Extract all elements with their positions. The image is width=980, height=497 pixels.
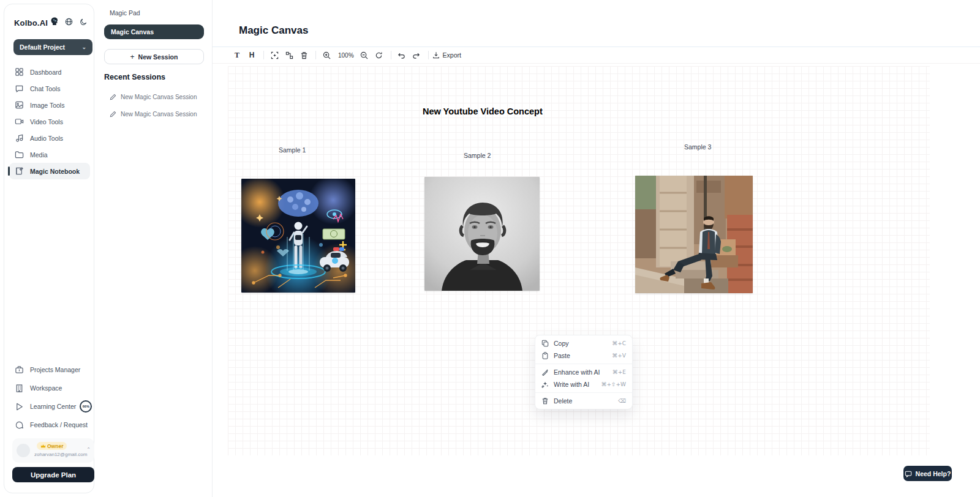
context-menu-copy[interactable]: Copy ⌘+C [535,337,632,349]
toolbar-divider [315,51,316,59]
context-menu-label: Delete [554,397,572,405]
session-item-label: New Magic Canvas Session [121,94,197,100]
text-tool-label: T [235,51,239,60]
context-menu-shortcut: ⌘+E [612,369,626,375]
chevron-caret-icon: ⌃ [86,447,91,452]
sidebar-item-label: Dashboard [30,69,61,76]
sidebar-item-projects-manager[interactable]: Projects Manager [9,361,92,379]
pencil-icon [110,94,116,100]
export-button[interactable]: Export [432,51,461,59]
redo-icon[interactable] [410,49,423,61]
enhance-icon [541,368,549,376]
sidebar-item-chat-tools[interactable]: Chat Tools [9,80,90,97]
brand-logo: Kolbo.AI [14,17,86,29]
context-menu-write-with-ai[interactable]: Write with AI ⌘+⇧+W [535,378,632,390]
context-menu-label: Write with AI [554,381,589,388]
heading-tool-button[interactable]: H [245,49,258,61]
session-list-item[interactable]: New Magic Canvas Session [110,92,208,102]
toolbar-divider [391,51,391,59]
canvas-toolbar: T H 100% Export [213,47,980,64]
toolbar-divider [428,51,429,59]
sidebar-item-label: Media [30,151,48,159]
recent-sessions-heading: Recent Sessions [104,73,165,81]
context-menu-label: Copy [554,340,569,347]
language-globe-icon[interactable] [65,17,73,28]
sidebar-item-workspace[interactable]: Workspace [9,379,92,397]
session-list-item[interactable]: New Magic Canvas Session [110,109,208,119]
sidebar-item-label: Chat Tools [30,85,60,92]
copy-icon [541,340,549,347]
context-menu-shortcut: ⌘+V [612,353,626,359]
toolbar-divider [263,51,264,59]
write-icon [541,381,549,388]
ai-select-icon[interactable] [268,49,281,61]
sidebar-item-image-tools[interactable]: Image Tools [9,97,90,113]
zoom-out-icon[interactable] [358,49,371,61]
magic-pad-item[interactable]: Magic Pad [110,9,140,17]
sidebar-item-dashboard[interactable]: Dashboard [9,64,90,80]
zoom-level-value[interactable]: 100% [338,52,354,59]
context-menu-delete[interactable]: Delete ⌫ [535,395,632,407]
project-selector[interactable]: Default Project ⌄ [13,39,92,55]
need-help-label: Need Help? [916,470,951,477]
sample-2-image[interactable] [424,177,540,291]
delete-tool-icon[interactable] [297,49,311,61]
sidebar-footer-nav: Projects Manager Workspace Learning Cent… [9,361,92,434]
sidebar-item-feedback[interactable]: Feedback / Request [9,416,92,434]
sidebar-item-label: Projects Manager [30,366,80,373]
canvas-heading-text[interactable]: New Youtube Video Concept [423,106,543,116]
sidebar-item-audio-tools[interactable]: Audio Tools [9,130,90,146]
reset-rotate-icon[interactable] [372,49,386,61]
sample-3-image[interactable] [635,176,753,293]
context-menu: Copy ⌘+C Paste ⌘+V Enhance with AI ⌘+E W… [535,335,633,409]
crown-icon [40,444,46,449]
text-tool-button[interactable]: T [230,49,244,61]
context-menu-paste[interactable]: Paste ⌘+V [535,349,632,362]
trash-icon [541,397,549,405]
magic-canvas-label: Magic Canvas [111,28,154,36]
sidebar-item-magic-notebook[interactable]: Magic Notebook [9,163,90,179]
paste-icon [541,352,549,359]
connector-tool-icon[interactable] [282,49,296,61]
sidebar-nav: Dashboard Chat Tools Image Tools Video T… [9,64,90,179]
context-menu-label: Enhance with AI [554,368,600,376]
heading-tool-label: H [249,51,255,59]
avatar [17,444,30,457]
session-panel: Magic Pad Magic Canvas + New Session Rec… [95,0,213,497]
upgrade-plan-label: Upgrade Plan [31,471,76,479]
chevron-down-icon: ⌄ [81,44,86,50]
learning-progress-badge: 66% [80,400,92,413]
owner-badge: Owner [37,442,67,450]
need-help-button[interactable]: Need Help? [903,466,952,481]
sample-1-image[interactable] [241,179,355,293]
sidebar-item-learning-center[interactable]: Learning Center 66% [9,397,92,416]
sidebar-item-media[interactable]: Media [9,146,90,163]
page-title: Magic Canvas [239,24,308,37]
context-menu-enhance-with-ai[interactable]: Enhance with AI ⌘+E [535,366,632,378]
context-menu-shortcut: ⌘+C [612,340,626,346]
sidebar-item-label: Workspace [30,384,62,392]
session-item-label: New Magic Canvas Session [121,111,197,118]
context-menu-shortcut: ⌘+⇧+W [601,381,626,387]
new-session-label: New Session [138,53,178,61]
new-session-button[interactable]: + New Session [104,49,204,64]
sidebar-item-video-tools[interactable]: Video Tools [9,113,90,130]
user-account-chip[interactable]: Owner zoharvan12@gmail.com ⌃ [12,438,94,463]
sample-1-label[interactable]: Sample 1 [279,146,306,154]
undo-icon[interactable] [395,49,409,61]
upgrade-plan-button[interactable]: Upgrade Plan [12,467,94,482]
context-menu-shortcut: ⌫ [618,398,626,404]
magic-canvas-item-selected[interactable]: Magic Canvas [104,24,204,39]
sidebar-item-label: Audio Tools [30,135,63,142]
export-label: Export [443,51,461,59]
help-chat-icon [905,470,912,477]
primary-sidebar: Kolbo.AI Default Project ⌄ Dashboard Cha… [4,4,94,493]
sample-2-label[interactable]: Sample 2 [464,152,491,159]
sample-3-label[interactable]: Sample 3 [684,143,711,151]
sidebar-item-label: Magic Notebook [30,168,80,175]
user-email: zoharvan12@gmail.com [34,452,87,457]
zoom-in-icon[interactable] [320,49,333,61]
context-menu-divider [535,392,632,393]
dark-mode-moon-icon[interactable] [80,17,88,28]
plus-icon: + [130,53,135,61]
